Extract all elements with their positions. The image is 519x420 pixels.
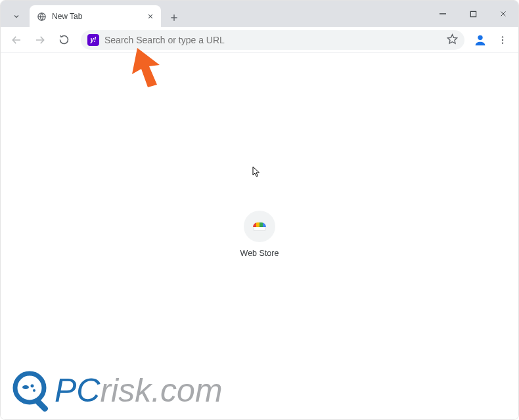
back-button[interactable] xyxy=(6,30,27,51)
bookmark-button[interactable] xyxy=(447,33,458,47)
toolbar: y! xyxy=(1,27,518,53)
svg-marker-11 xyxy=(447,34,457,43)
maximize-button[interactable] xyxy=(458,1,488,27)
arrow-left-icon xyxy=(11,34,22,46)
search-tabs-button[interactable] xyxy=(6,6,27,27)
svg-point-13 xyxy=(502,36,503,37)
person-icon xyxy=(473,33,487,47)
svg-rect-6 xyxy=(470,11,476,16)
star-icon xyxy=(447,33,458,45)
plus-icon xyxy=(169,13,179,22)
address-bar[interactable]: y! xyxy=(81,30,464,50)
window-controls xyxy=(428,1,518,27)
chevron-down-icon xyxy=(12,12,20,20)
new-tab-page: Web Store xyxy=(1,53,518,419)
close-icon xyxy=(499,10,507,18)
forward-button[interactable] xyxy=(30,30,51,51)
tab-title: New Tab xyxy=(52,12,140,21)
globe-icon xyxy=(36,11,47,22)
new-tab-button[interactable] xyxy=(165,9,183,27)
search-engine-icon: y! xyxy=(87,34,99,46)
svg-point-12 xyxy=(478,35,482,39)
webstore-icon xyxy=(253,222,266,230)
minimize-icon xyxy=(439,10,447,18)
close-window-button[interactable] xyxy=(488,1,518,27)
minimize-button[interactable] xyxy=(428,1,458,27)
cursor-icon xyxy=(252,166,261,180)
url-input[interactable] xyxy=(104,35,441,45)
maximize-icon xyxy=(470,10,477,18)
profile-button[interactable] xyxy=(471,31,489,49)
chrome-menu-button[interactable] xyxy=(492,30,513,51)
shortcut-web-store[interactable]: Web Store xyxy=(223,211,296,258)
shortcut-label: Web Store xyxy=(240,249,279,258)
close-icon xyxy=(147,13,154,20)
tab-strip: New Tab xyxy=(1,1,518,27)
svg-point-15 xyxy=(502,42,503,43)
svg-point-14 xyxy=(502,39,503,40)
close-tab-button[interactable] xyxy=(145,11,156,22)
reload-button[interactable] xyxy=(53,30,74,51)
reload-icon xyxy=(58,34,70,45)
shortcut-tile xyxy=(244,211,275,242)
browser-tab[interactable]: New Tab xyxy=(30,5,161,28)
kebab-icon xyxy=(497,35,508,45)
shortcut-row: Web Store xyxy=(1,211,518,258)
arrow-right-icon xyxy=(34,34,46,46)
